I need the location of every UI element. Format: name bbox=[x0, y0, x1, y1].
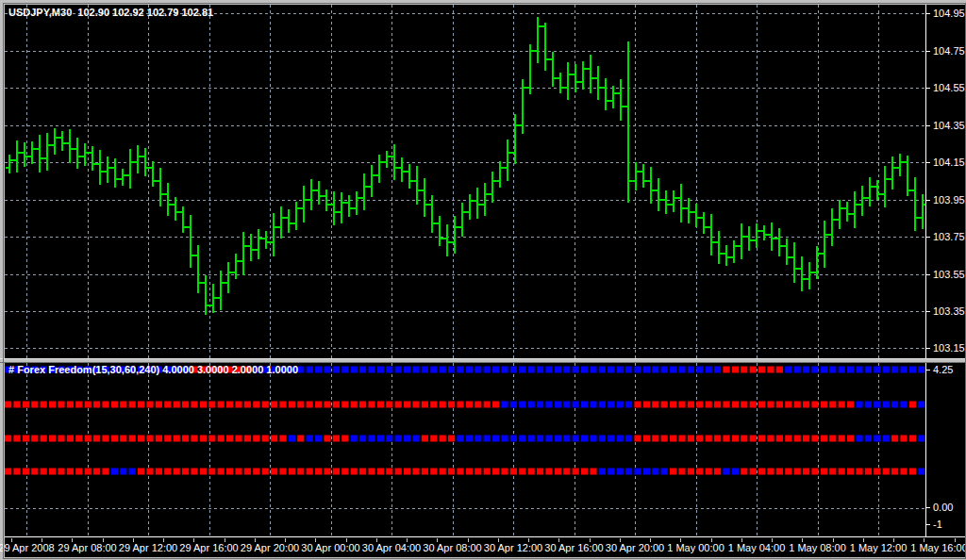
price-axis-label: 103.95 bbox=[933, 194, 965, 206]
indicator-axis-tick bbox=[926, 507, 930, 508]
price-axis-tick bbox=[926, 274, 930, 275]
indicator-axis-label: 4.25 bbox=[933, 364, 953, 375]
price-axis-tick bbox=[926, 13, 930, 14]
indicator-axis-tick bbox=[926, 370, 930, 371]
time-axis-label: 1 May 12:00 bbox=[850, 542, 908, 553]
price-axis-label: 103.55 bbox=[933, 269, 965, 280]
time-axis-label: 29 Apr 12:00 bbox=[119, 542, 177, 553]
time-axis-label: 30 Apr 08:00 bbox=[423, 542, 481, 553]
pane-splitter[interactable] bbox=[0, 358, 966, 363]
price-axis-label: 103.75 bbox=[933, 231, 965, 242]
indicator-axis-label: -1 bbox=[933, 519, 942, 530]
price-axis-tick bbox=[926, 51, 930, 52]
indicator-pane[interactable]: # Forex Freedom(15,30,60,240) 4.0000 3.0… bbox=[5, 363, 925, 536]
price-axis-tick bbox=[926, 200, 930, 201]
time-axis-label: 30 Apr 16:00 bbox=[544, 542, 603, 553]
price-axis-label: 103.35 bbox=[933, 305, 965, 317]
time-axis-label: 1 May 04:00 bbox=[728, 542, 786, 553]
time-axis-label: 1 May 16:00 bbox=[910, 542, 966, 553]
time-axis-label: 30 Apr 12:00 bbox=[484, 542, 542, 553]
time-axis-label: 29 Apr 20:00 bbox=[241, 542, 299, 553]
time-axis-label: 1 May 00:00 bbox=[667, 542, 724, 553]
indicator-axis-tick bbox=[926, 524, 930, 525]
price-axis[interactable]: 104.95104.75104.55104.35104.15103.95103.… bbox=[925, 5, 966, 536]
price-axis-tick bbox=[926, 125, 930, 126]
price-axis-label: 104.35 bbox=[933, 120, 965, 131]
time-axis[interactable]: 29 Apr 200829 Apr 08:0029 Apr 12:0029 Ap… bbox=[5, 536, 966, 557]
time-axis-label: 30 Apr 20:00 bbox=[606, 542, 664, 553]
time-axis-label: 30 Apr 04:00 bbox=[362, 542, 421, 553]
price-axis-label: 104.95 bbox=[933, 8, 965, 19]
price-axis-label: 103.15 bbox=[933, 342, 965, 354]
price-axis-tick bbox=[926, 88, 930, 89]
price-axis-tick bbox=[926, 237, 930, 238]
price-axis-tick bbox=[926, 311, 930, 312]
price-chart-plot bbox=[5, 5, 925, 358]
time-axis-label: 29 Apr 2008 bbox=[0, 542, 55, 553]
indicator-title: # Forex Freedom(15,30,60,240) 4.0000 3.0… bbox=[8, 364, 298, 375]
chart-title: USDJPY,M30 102.90 102.92 102.79 102.81 bbox=[8, 7, 213, 18]
price-chart-pane[interactable]: USDJPY,M30 102.90 102.92 102.79 102.81 bbox=[5, 5, 925, 358]
mt4-chart-window: USDJPY,M30 102.90 102.92 102.79 102.81 #… bbox=[0, 0, 966, 560]
price-axis-tick bbox=[926, 162, 930, 163]
price-axis-label: 104.15 bbox=[933, 156, 965, 168]
time-axis-label: 29 Apr 08:00 bbox=[58, 542, 116, 553]
price-axis-label: 104.75 bbox=[933, 45, 965, 57]
price-axis-label: 104.55 bbox=[933, 82, 965, 93]
time-axis-label: 30 Apr 00:00 bbox=[301, 542, 359, 553]
indicator-plot bbox=[5, 363, 925, 536]
indicator-axis-label: 0.00 bbox=[933, 502, 953, 513]
time-axis-label: 29 Apr 16:00 bbox=[179, 542, 238, 553]
time-axis-label: 1 May 08:00 bbox=[789, 542, 846, 553]
price-axis-tick bbox=[926, 348, 930, 349]
